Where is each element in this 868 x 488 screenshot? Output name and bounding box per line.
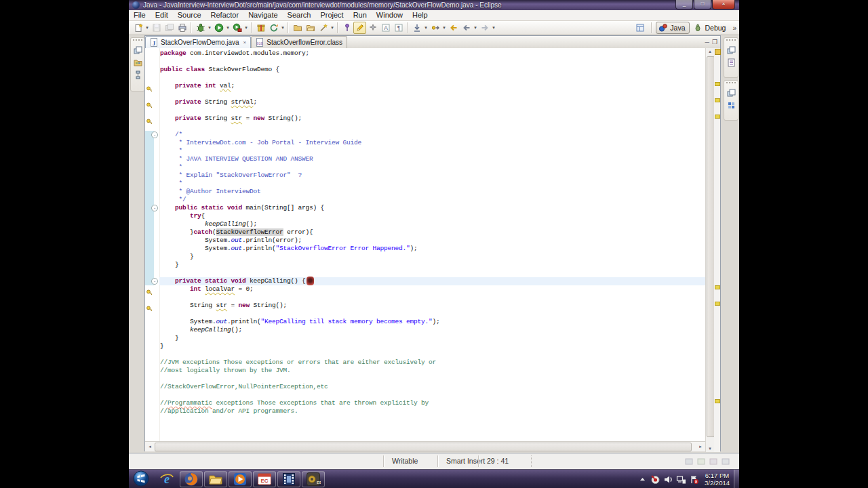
code-line[interactable]: * @Author InterviewDot [160, 188, 261, 196]
overview-warning-indicator[interactable] [715, 49, 721, 55]
tab-close-icon[interactable]: × [243, 39, 247, 45]
quick-fix-wand-button[interactable] [317, 22, 330, 34]
warning-marker-icon[interactable] [146, 286, 153, 292]
collapse-toggle-icon[interactable]: - [151, 205, 158, 211]
next-annotation-dropdown[interactable]: ▾ [441, 25, 447, 30]
restore-views-icon[interactable] [132, 45, 143, 56]
save-all-button[interactable] [163, 22, 176, 34]
status-icon[interactable] [722, 458, 730, 466]
code-line[interactable]: System.out.println("KeepCalling till sta… [160, 318, 440, 326]
tray-screen-recorder[interactable] [650, 474, 660, 485]
back-history-dropdown[interactable]: ▾ [473, 25, 478, 30]
forward-history-button[interactable] [478, 22, 491, 34]
code-line[interactable]: private String strVal; [160, 98, 257, 106]
menu-project[interactable]: Project [315, 10, 348, 20]
restore-views-icon[interactable] [726, 87, 736, 98]
close-button[interactable]: × [712, 0, 735, 9]
new-java-project-button[interactable] [254, 22, 267, 34]
overview-warning-mark[interactable] [715, 399, 720, 403]
code-line[interactable]: String str = new String(); [160, 302, 287, 310]
code-line[interactable]: /* [160, 131, 182, 139]
code-line[interactable]: try{ [160, 212, 205, 220]
collapse-toggle-icon[interactable]: - [151, 278, 158, 285]
save-button[interactable] [150, 22, 163, 34]
collapse-toggle-icon[interactable]: - [151, 131, 158, 138]
package-explorer-icon[interactable] [132, 57, 143, 68]
start-button[interactable] [133, 470, 151, 488]
warning-marker-icon[interactable] [146, 83, 153, 89]
menu-help[interactable]: Help [408, 10, 433, 20]
type-hierarchy-icon[interactable] [132, 69, 143, 80]
menu-search[interactable]: Search [283, 10, 316, 20]
code-line[interactable]: //most logically thrown by the JVM. [160, 367, 291, 375]
next-annotation-button[interactable] [429, 22, 441, 34]
code-line[interactable]: private int val; [160, 82, 235, 90]
taskbar-presentation-app[interactable]: EC [253, 471, 276, 487]
drag-handle[interactable] [133, 39, 142, 43]
code-line[interactable]: //JVM exceptions Those exceptions or err… [160, 359, 436, 367]
code-line[interactable]: * JAVA INTERVIEW QUESTION AND ANSWER [160, 155, 313, 163]
code-line[interactable]: */ [160, 196, 186, 204]
code-line[interactable]: private String str = new String(); [160, 115, 302, 123]
perspective-overflow-button[interactable]: » [732, 24, 736, 32]
task-list-view-icon[interactable] [726, 100, 736, 110]
menu-window[interactable]: Window [372, 10, 408, 20]
last-edit-location-dropdown[interactable]: ▾ [423, 25, 429, 30]
open-folder-button[interactable] [291, 22, 304, 34]
debug-dropdown[interactable]: ▾ [207, 25, 212, 30]
scroll-thumb[interactable] [155, 443, 692, 451]
drag-handle[interactable] [726, 82, 736, 86]
taskbar-windows-explorer[interactable] [204, 471, 227, 487]
warning-marker-icon[interactable] [146, 99, 153, 105]
back-to-last-edit-button[interactable] [447, 22, 460, 34]
editor-tab[interactable]: JStackOverFlowDemo.java× [145, 36, 251, 48]
code-line[interactable]: * [160, 163, 182, 171]
code-line[interactable]: * [160, 147, 182, 155]
minimize-button[interactable]: _ [675, 0, 693, 9]
warning-marker-icon[interactable] [146, 115, 153, 121]
show-source-button[interactable]: A [379, 22, 392, 34]
editor-tab[interactable]: 010StackOverflowError.class [251, 36, 347, 48]
restore-views-icon[interactable] [726, 45, 736, 56]
code-line[interactable]: } [160, 342, 164, 350]
run-button[interactable] [212, 22, 225, 34]
code-editor[interactable]: package com.interviewdot.modules.memory;… [145, 48, 705, 441]
annotations-button[interactable] [366, 22, 379, 34]
maximize-button[interactable]: □ [694, 0, 711, 9]
menu-file[interactable]: File [129, 10, 151, 20]
code-line[interactable]: package com.interviewdot.modules.memory; [160, 49, 309, 58]
warning-marker-icon[interactable] [146, 302, 153, 308]
taskbar-firefox[interactable] [180, 471, 203, 487]
tray-show-hidden-icons[interactable] [637, 474, 648, 485]
print-button[interactable] [176, 22, 189, 34]
perspective-debug-button[interactable]: Debug [691, 22, 730, 33]
code-line[interactable]: //StackOverFlowError,NullPointerExceptio… [160, 383, 328, 391]
status-icon[interactable] [685, 458, 693, 466]
taskbar-internet-explorer[interactable]: e [155, 471, 178, 487]
menu-edit[interactable]: Edit [151, 10, 173, 20]
overview-warning-mark[interactable] [715, 302, 720, 306]
menu-refactor[interactable]: Refactor [206, 10, 244, 20]
code-line[interactable]: } [160, 261, 179, 269]
new-wizard-dropdown[interactable]: ▾ [144, 25, 150, 30]
taskbar-eclipse-java-ee[interactable]: EE [302, 471, 325, 487]
code-line[interactable]: System.out.println(error); [160, 237, 302, 245]
code-line[interactable]: System.out.println("StackOverflowError E… [160, 245, 418, 253]
overview-warning-mark[interactable] [715, 285, 720, 289]
code-line[interactable]: } [160, 253, 194, 261]
code-line[interactable]: }catch(StackOverflowError error){ [160, 228, 313, 237]
code-line[interactable]: * [160, 180, 182, 188]
code-line[interactable]: int localVar = 0; [160, 285, 254, 293]
status-icon[interactable] [709, 458, 717, 466]
outline-view-icon[interactable] [726, 57, 736, 68]
horizontal-scrollbar[interactable]: ◂ ▸ [145, 441, 705, 451]
minimize-editor-icon[interactable]: ─ [705, 39, 709, 45]
overview-warning-mark[interactable] [715, 115, 720, 119]
overview-warning-mark[interactable] [715, 98, 720, 102]
code-line[interactable]: private static void keepCalling() { [160, 277, 306, 285]
back-history-button[interactable] [460, 22, 473, 34]
toggle-pin-button[interactable] [340, 22, 353, 34]
code-line[interactable]: keepCalling(); [160, 220, 257, 228]
menu-navigate[interactable]: Navigate [243, 10, 282, 20]
taskbar-media-player[interactable] [229, 471, 252, 487]
